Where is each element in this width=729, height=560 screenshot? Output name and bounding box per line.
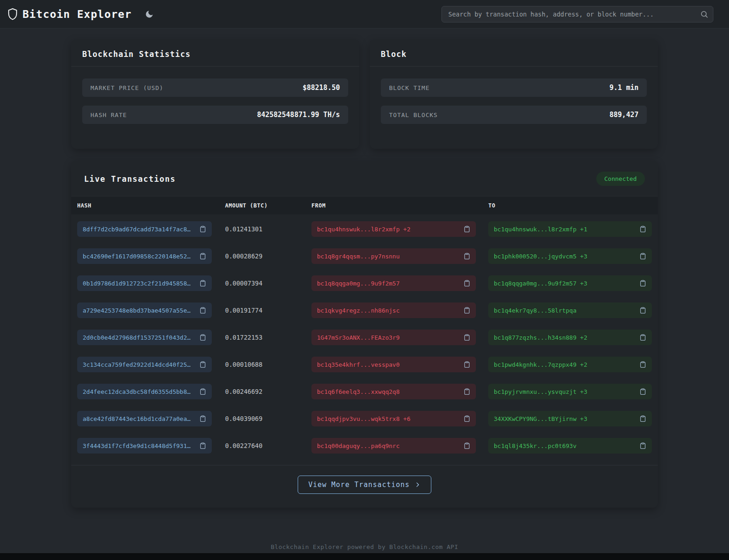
transaction-hash-pill[interactable]: 3c134cca759fed2922d14dcd40f25… [77, 357, 212, 372]
from-address-pill[interactable]: bc1q6f6eelq3...xxwqq2q8 [311, 384, 476, 399]
transaction-hash-pill[interactable]: 8dff7d2cb9ad67dcadd73a14f7ac8… [77, 221, 212, 237]
to-address-pill[interactable]: bc1pyjrvmnxu...ysvquzjt +3 [488, 384, 652, 399]
to-address[interactable]: bc1qu4hnswuk...l8r2xmfp +1 [494, 226, 588, 233]
table-row: a729e4253748e8bd37bae4507a55e… 0.0019177… [77, 302, 652, 318]
transaction-hash[interactable]: 3f4443d1f7cfd3e9d1c8448d5f931… [83, 442, 191, 449]
to-address[interactable]: bc1pwd4kgnhk...7qzppx49 +2 [494, 361, 588, 368]
to-address-pill[interactable]: bc1pwd4kgnhk...7qzppx49 +2 [488, 357, 652, 372]
copy-from-address-icon[interactable] [463, 333, 471, 342]
transaction-hash[interactable]: a8ce42fd87443ec16bd1cda77a0ea… [83, 415, 191, 422]
transaction-amount: 0.00010688 [225, 361, 311, 368]
from-address-pill[interactable]: bc1q35e4khrf...vesspav0 [311, 357, 476, 372]
to-address-pill[interactable]: bc1ql8j435kr...pc0t693v [488, 438, 652, 454]
copy-to-address-icon[interactable] [639, 224, 647, 234]
search-icon[interactable] [700, 10, 708, 18]
from-address-pill[interactable]: bc1qu4hnswuk...l8r2xmfp +2 [311, 221, 476, 237]
from-address[interactable]: bc1qkvg4regz...nh86njsc [317, 307, 400, 314]
to-address-pill[interactable]: bc1q8qqga0mg...9u9f2m57 +3 [488, 275, 652, 291]
copy-from-address-icon[interactable] [463, 224, 471, 234]
from-address-pill[interactable]: bc1q00daguqy...pa6q9nrc [311, 438, 476, 454]
copy-hash-icon[interactable] [198, 306, 207, 315]
from-address-pill[interactable]: bc1qkvg4regz...nh86njsc [311, 302, 476, 318]
to-address-pill[interactable]: bc1phk000520...jqydvcm5 +3 [488, 248, 652, 264]
transaction-hash-pill[interactable]: 2d0cb0e4d27968df1537251f043d2… [77, 330, 212, 345]
to-address-pill[interactable]: bc1q877zqzhs...h34sn889 +2 [488, 330, 652, 345]
copy-from-address-icon[interactable] [463, 414, 471, 423]
copy-hash-icon[interactable] [198, 441, 207, 450]
transaction-amount: 0.04039069 [225, 415, 311, 422]
to-address[interactable]: bc1ql8j435kr...pc0t693v [494, 442, 576, 449]
copy-from-address-icon[interactable] [463, 387, 471, 396]
connection-status-badge: Connected [596, 172, 645, 186]
from-address-pill[interactable]: bc1qqdjpv3vu...wqk5trx8 +6 [311, 411, 476, 426]
copy-to-address-icon[interactable] [639, 360, 647, 369]
copy-to-address-icon[interactable] [639, 306, 647, 315]
table-row: a8ce42fd87443ec16bd1cda77a0ea… 0.0403906… [77, 411, 652, 426]
divider [71, 66, 359, 67]
from-address[interactable]: 1G47mSr3oANX...FEAzo3r9 [317, 334, 400, 341]
to-address-pill[interactable]: bc1qu4hnswuk...l8r2xmfp +1 [488, 221, 652, 237]
view-more-transactions-button[interactable]: View More Transactions [298, 476, 431, 494]
from-address-pill[interactable]: bc1q8qqga0mg...9u9f2m57 [311, 275, 476, 291]
transaction-hash[interactable]: 2d4feec12dca3dbc58fd6355d5bb8… [83, 388, 191, 395]
transaction-hash-pill[interactable]: bc42690ef1617d09858c220148e52… [77, 248, 212, 264]
from-address[interactable]: bc1qu4hnswuk...l8r2xmfp +2 [317, 226, 411, 233]
table-row: 2d4feec12dca3dbc58fd6355d5bb8… 0.0024669… [77, 384, 652, 399]
transaction-hash[interactable]: bc42690ef1617d09858c220148e52… [83, 253, 191, 260]
transaction-hash[interactable]: 0b1d9786d1d912723c2f21d945858… [83, 280, 191, 287]
from-address[interactable]: bc1qqdjpv3vu...wqk5trx8 +6 [317, 415, 411, 422]
transaction-hash[interactable]: 3c134cca759fed2922d14dcd40f25… [83, 361, 191, 368]
to-address[interactable]: bc1pyjrvmnxu...ysvquzjt +3 [494, 388, 588, 395]
to-address[interactable]: bc1phk000520...jqydvcm5 +3 [494, 253, 588, 260]
transaction-hash[interactable]: 8dff7d2cb9ad67dcadd73a14f7ac8… [83, 226, 191, 233]
table-row: 2d0cb0e4d27968df1537251f043d2… 0.0172215… [77, 330, 652, 345]
transaction-hash-pill[interactable]: a729e4253748e8bd37bae4507a55e… [77, 302, 212, 318]
copy-to-address-icon[interactable] [639, 252, 647, 261]
from-address[interactable]: bc1q8qqga0mg...9u9f2m57 [317, 280, 400, 287]
copy-to-address-icon[interactable] [639, 414, 647, 423]
copy-to-address-icon[interactable] [639, 441, 647, 450]
copy-hash-icon[interactable] [198, 387, 207, 396]
stat-block-time: BLOCK TIME 9.1 min [381, 78, 647, 97]
copy-from-address-icon[interactable] [463, 279, 471, 288]
transaction-amount: 0.00191774 [225, 307, 311, 314]
stat-total-blocks: TOTAL BLOCKS 889,427 [381, 106, 647, 124]
copy-from-address-icon[interactable] [463, 252, 471, 261]
copy-to-address-icon[interactable] [639, 333, 647, 342]
copy-from-address-icon[interactable] [463, 360, 471, 369]
transaction-hash[interactable]: a729e4253748e8bd37bae4507a55e… [83, 307, 191, 314]
transaction-hash-pill[interactable]: 3f4443d1f7cfd3e9d1c8448d5f931… [77, 438, 212, 454]
copy-to-address-icon[interactable] [639, 387, 647, 396]
copy-hash-icon[interactable] [198, 360, 207, 369]
from-address-pill[interactable]: bc1q8gr4qqsm...py7nsnnu [311, 248, 476, 264]
copy-hash-icon[interactable] [198, 333, 207, 342]
to-address[interactable]: 34XXKwCPY9NG...tBYjirnw +3 [494, 415, 588, 422]
from-address[interactable]: bc1q8gr4qqsm...py7nsnnu [317, 253, 400, 260]
to-address[interactable]: bc1q877zqzhs...h34sn889 +2 [494, 334, 588, 341]
transaction-hash[interactable]: 2d0cb0e4d27968df1537251f043d2… [83, 334, 191, 341]
to-address-pill[interactable]: 34XXKwCPY9NG...tBYjirnw +3 [488, 411, 652, 426]
from-address[interactable]: bc1q6f6eelq3...xxwqq2q8 [317, 388, 400, 395]
from-address[interactable]: bc1q00daguqy...pa6q9nrc [317, 442, 400, 449]
transactions-body: 8dff7d2cb9ad67dcadd73a14f7ac8… 0.0124130… [71, 214, 658, 454]
table-row: 3c134cca759fed2922d14dcd40f25… 0.0001068… [77, 357, 652, 372]
transaction-hash-pill[interactable]: a8ce42fd87443ec16bd1cda77a0ea… [77, 411, 212, 426]
top-bar: Bitcoin Explorer [0, 0, 729, 28]
to-address[interactable]: bc1q4ekr7qy8...58lrtpqa [494, 307, 576, 314]
theme-toggle-moon-icon[interactable] [145, 10, 154, 19]
from-address[interactable]: bc1q35e4khrf...vesspav0 [317, 361, 400, 368]
copy-from-address-icon[interactable] [463, 441, 471, 450]
to-address-pill[interactable]: bc1q4ekr7qy8...58lrtpqa [488, 302, 652, 318]
to-address[interactable]: bc1q8qqga0mg...9u9f2m57 +3 [494, 280, 588, 287]
from-address-pill[interactable]: 1G47mSr3oANX...FEAzo3r9 [311, 330, 476, 345]
copy-hash-icon[interactable] [198, 224, 207, 234]
copy-hash-icon[interactable] [198, 279, 207, 288]
transaction-hash-pill[interactable]: 2d4feec12dca3dbc58fd6355d5bb8… [77, 384, 212, 399]
copy-to-address-icon[interactable] [639, 279, 647, 288]
copy-from-address-icon[interactable] [463, 306, 471, 315]
search-input[interactable] [448, 11, 700, 18]
copy-hash-icon[interactable] [198, 414, 207, 423]
copy-hash-icon[interactable] [198, 252, 207, 261]
transaction-hash-pill[interactable]: 0b1d9786d1d912723c2f21d945858… [77, 275, 212, 291]
transaction-amount: 0.00246692 [225, 388, 311, 395]
